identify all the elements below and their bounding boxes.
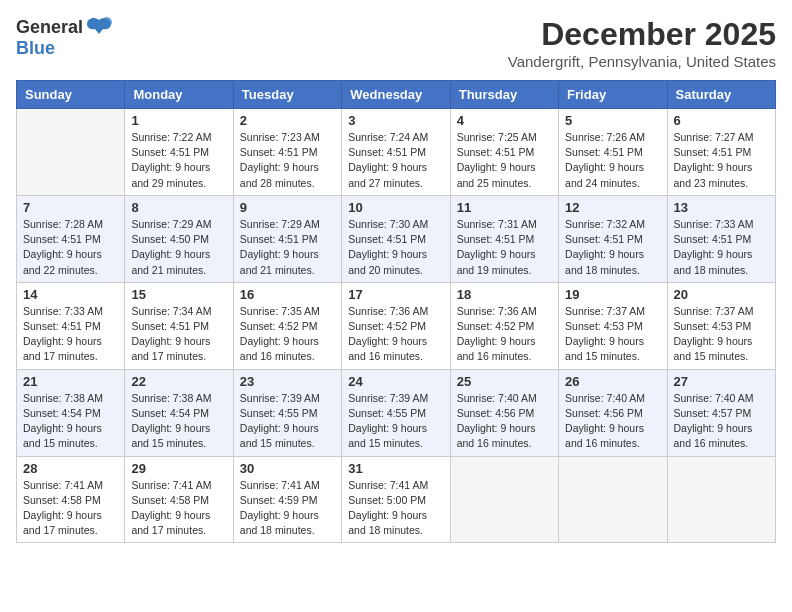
day-number: 31 [348, 461, 443, 476]
day-number: 25 [457, 374, 552, 389]
day-info: Sunrise: 7:35 AMSunset: 4:52 PMDaylight:… [240, 304, 335, 365]
day-number: 27 [674, 374, 769, 389]
day-info: Sunrise: 7:40 AMSunset: 4:56 PMDaylight:… [565, 391, 660, 452]
day-number: 21 [23, 374, 118, 389]
day-number: 17 [348, 287, 443, 302]
calendar-header-row: SundayMondayTuesdayWednesdayThursdayFrid… [17, 81, 776, 109]
calendar-week-2: 7Sunrise: 7:28 AMSunset: 4:51 PMDaylight… [17, 195, 776, 282]
day-number: 24 [348, 374, 443, 389]
title-block: December 2025 Vandergrift, Pennsylvania,… [508, 16, 776, 70]
day-info: Sunrise: 7:37 AMSunset: 4:53 PMDaylight:… [565, 304, 660, 365]
day-info: Sunrise: 7:37 AMSunset: 4:53 PMDaylight:… [674, 304, 769, 365]
calendar-cell: 5Sunrise: 7:26 AMSunset: 4:51 PMDaylight… [559, 109, 667, 196]
day-info: Sunrise: 7:33 AMSunset: 4:51 PMDaylight:… [674, 217, 769, 278]
calendar-cell: 3Sunrise: 7:24 AMSunset: 4:51 PMDaylight… [342, 109, 450, 196]
day-info: Sunrise: 7:41 AMSunset: 5:00 PMDaylight:… [348, 478, 443, 539]
day-info: Sunrise: 7:22 AMSunset: 4:51 PMDaylight:… [131, 130, 226, 191]
calendar-header-saturday: Saturday [667, 81, 775, 109]
day-number: 18 [457, 287, 552, 302]
calendar-cell: 18Sunrise: 7:36 AMSunset: 4:52 PMDayligh… [450, 282, 558, 369]
calendar-cell: 23Sunrise: 7:39 AMSunset: 4:55 PMDayligh… [233, 369, 341, 456]
calendar-week-5: 28Sunrise: 7:41 AMSunset: 4:58 PMDayligh… [17, 456, 776, 543]
calendar-cell: 2Sunrise: 7:23 AMSunset: 4:51 PMDaylight… [233, 109, 341, 196]
day-info: Sunrise: 7:30 AMSunset: 4:51 PMDaylight:… [348, 217, 443, 278]
day-info: Sunrise: 7:38 AMSunset: 4:54 PMDaylight:… [131, 391, 226, 452]
day-info: Sunrise: 7:36 AMSunset: 4:52 PMDaylight:… [348, 304, 443, 365]
day-info: Sunrise: 7:28 AMSunset: 4:51 PMDaylight:… [23, 217, 118, 278]
calendar-cell: 14Sunrise: 7:33 AMSunset: 4:51 PMDayligh… [17, 282, 125, 369]
month-title: December 2025 [508, 16, 776, 53]
day-number: 5 [565, 113, 660, 128]
calendar-week-1: 1Sunrise: 7:22 AMSunset: 4:51 PMDaylight… [17, 109, 776, 196]
calendar-cell: 28Sunrise: 7:41 AMSunset: 4:58 PMDayligh… [17, 456, 125, 543]
day-number: 4 [457, 113, 552, 128]
calendar-cell: 8Sunrise: 7:29 AMSunset: 4:50 PMDaylight… [125, 195, 233, 282]
day-number: 29 [131, 461, 226, 476]
day-info: Sunrise: 7:36 AMSunset: 4:52 PMDaylight:… [457, 304, 552, 365]
calendar-cell: 9Sunrise: 7:29 AMSunset: 4:51 PMDaylight… [233, 195, 341, 282]
day-number: 28 [23, 461, 118, 476]
day-info: Sunrise: 7:33 AMSunset: 4:51 PMDaylight:… [23, 304, 118, 365]
calendar-cell: 21Sunrise: 7:38 AMSunset: 4:54 PMDayligh… [17, 369, 125, 456]
day-number: 2 [240, 113, 335, 128]
day-number: 7 [23, 200, 118, 215]
day-number: 15 [131, 287, 226, 302]
calendar-week-3: 14Sunrise: 7:33 AMSunset: 4:51 PMDayligh… [17, 282, 776, 369]
day-number: 30 [240, 461, 335, 476]
location-title: Vandergrift, Pennsylvania, United States [508, 53, 776, 70]
day-info: Sunrise: 7:34 AMSunset: 4:51 PMDaylight:… [131, 304, 226, 365]
day-number: 19 [565, 287, 660, 302]
calendar-cell: 11Sunrise: 7:31 AMSunset: 4:51 PMDayligh… [450, 195, 558, 282]
calendar-week-4: 21Sunrise: 7:38 AMSunset: 4:54 PMDayligh… [17, 369, 776, 456]
calendar-header-tuesday: Tuesday [233, 81, 341, 109]
logo-blue: Blue [16, 38, 55, 59]
calendar-cell: 10Sunrise: 7:30 AMSunset: 4:51 PMDayligh… [342, 195, 450, 282]
calendar-cell: 19Sunrise: 7:37 AMSunset: 4:53 PMDayligh… [559, 282, 667, 369]
day-info: Sunrise: 7:41 AMSunset: 4:59 PMDaylight:… [240, 478, 335, 539]
day-info: Sunrise: 7:38 AMSunset: 4:54 PMDaylight:… [23, 391, 118, 452]
day-info: Sunrise: 7:41 AMSunset: 4:58 PMDaylight:… [23, 478, 118, 539]
calendar-cell [17, 109, 125, 196]
calendar-header-wednesday: Wednesday [342, 81, 450, 109]
day-info: Sunrise: 7:39 AMSunset: 4:55 PMDaylight:… [240, 391, 335, 452]
calendar-cell: 20Sunrise: 7:37 AMSunset: 4:53 PMDayligh… [667, 282, 775, 369]
day-info: Sunrise: 7:41 AMSunset: 4:58 PMDaylight:… [131, 478, 226, 539]
calendar-cell: 29Sunrise: 7:41 AMSunset: 4:58 PMDayligh… [125, 456, 233, 543]
day-number: 6 [674, 113, 769, 128]
page-header: General Blue December 2025 Vandergrift, … [16, 16, 776, 70]
day-number: 12 [565, 200, 660, 215]
day-info: Sunrise: 7:25 AMSunset: 4:51 PMDaylight:… [457, 130, 552, 191]
day-number: 3 [348, 113, 443, 128]
calendar-header-monday: Monday [125, 81, 233, 109]
day-number: 22 [131, 374, 226, 389]
logo-bird-icon [85, 16, 113, 38]
logo: General Blue [16, 16, 113, 59]
day-number: 14 [23, 287, 118, 302]
day-info: Sunrise: 7:27 AMSunset: 4:51 PMDaylight:… [674, 130, 769, 191]
calendar-cell: 26Sunrise: 7:40 AMSunset: 4:56 PMDayligh… [559, 369, 667, 456]
calendar-cell: 31Sunrise: 7:41 AMSunset: 5:00 PMDayligh… [342, 456, 450, 543]
calendar-header-sunday: Sunday [17, 81, 125, 109]
day-number: 11 [457, 200, 552, 215]
day-info: Sunrise: 7:32 AMSunset: 4:51 PMDaylight:… [565, 217, 660, 278]
day-info: Sunrise: 7:39 AMSunset: 4:55 PMDaylight:… [348, 391, 443, 452]
day-info: Sunrise: 7:40 AMSunset: 4:56 PMDaylight:… [457, 391, 552, 452]
logo-general: General [16, 17, 83, 38]
calendar-cell: 7Sunrise: 7:28 AMSunset: 4:51 PMDaylight… [17, 195, 125, 282]
day-info: Sunrise: 7:24 AMSunset: 4:51 PMDaylight:… [348, 130, 443, 191]
calendar-cell: 4Sunrise: 7:25 AMSunset: 4:51 PMDaylight… [450, 109, 558, 196]
calendar-cell [559, 456, 667, 543]
day-number: 9 [240, 200, 335, 215]
day-info: Sunrise: 7:29 AMSunset: 4:50 PMDaylight:… [131, 217, 226, 278]
day-number: 20 [674, 287, 769, 302]
calendar-cell: 12Sunrise: 7:32 AMSunset: 4:51 PMDayligh… [559, 195, 667, 282]
calendar-cell: 1Sunrise: 7:22 AMSunset: 4:51 PMDaylight… [125, 109, 233, 196]
day-info: Sunrise: 7:29 AMSunset: 4:51 PMDaylight:… [240, 217, 335, 278]
calendar-header-friday: Friday [559, 81, 667, 109]
day-info: Sunrise: 7:40 AMSunset: 4:57 PMDaylight:… [674, 391, 769, 452]
day-number: 26 [565, 374, 660, 389]
calendar-header-thursday: Thursday [450, 81, 558, 109]
calendar-cell: 15Sunrise: 7:34 AMSunset: 4:51 PMDayligh… [125, 282, 233, 369]
day-info: Sunrise: 7:31 AMSunset: 4:51 PMDaylight:… [457, 217, 552, 278]
day-number: 16 [240, 287, 335, 302]
